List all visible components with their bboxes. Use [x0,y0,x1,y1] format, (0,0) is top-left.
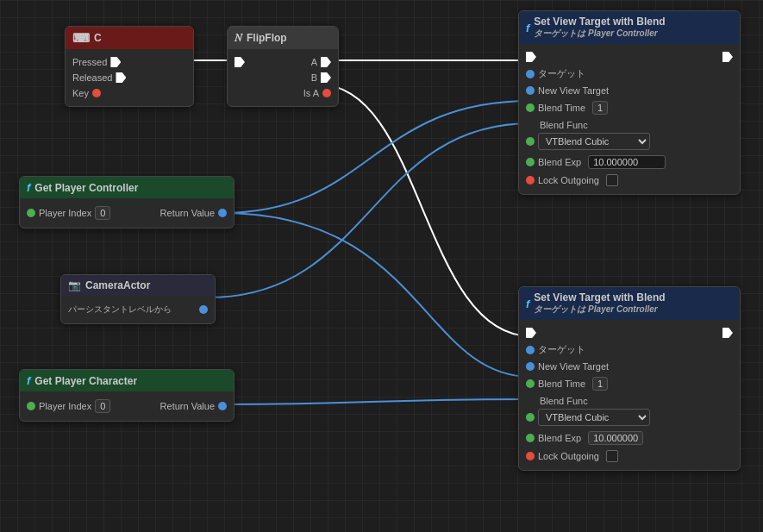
flipflop-b-row: B [228,70,338,85]
get-player-controller-node: f Get Player Controller Player Index 0 R… [19,176,235,228]
flipflop-isa-pin[interactable] [322,89,331,97]
flipflop-exec-in[interactable] [235,57,245,67]
camera-subtitle: パーシスタントレベルから [68,304,172,316]
c-pressed-row: Pressed [66,54,193,70]
svt1-blendexp-pin[interactable] [526,158,535,166]
c-key-row: Key [66,85,193,101]
svt2-lockout-row: Lock Outgoing [519,448,740,465]
svt1-blendtime-pin[interactable] [526,103,535,112]
svt2-header: f Set View Target with Blend ターゲットは Play… [519,287,740,320]
key-pin[interactable] [92,89,101,97]
flipflop-isa-row: Is A [228,85,338,101]
svt2-blendfunc-pin[interactable] [526,413,535,422]
gpc-playerindex-pin[interactable] [27,209,35,217]
svt2-blendfunc-select[interactable]: VTBlend Cubic [538,409,650,426]
gpc-playerindex-label: Player Index [39,208,91,218]
svt1-nvt-pin[interactable] [526,86,535,95]
svt1-lockout-checkbox[interactable] [606,174,618,186]
svt2-subtitle: ターゲットは Player Controller [534,304,665,316]
svt2-blendexp-row: Blend Exp 10.000000 [519,429,740,448]
gpc-func-icon: f [27,181,30,194]
flipflop-exec-row: A [228,54,338,70]
svt1-exec-row [519,49,740,65]
svt1-body: ターゲット New View Target Blend Time 1 Blend… [519,44,740,194]
svt1-title: Set View Target with Blend [534,16,665,28]
get-player-character-node: f Get Player Character Player Index 0 Re… [19,369,235,422]
released-label: Released [72,72,112,83]
flipflop-isa-label: Is A [303,88,319,98]
svt2-nvt-pin[interactable] [526,362,535,371]
svt1-exec-in[interactable] [526,52,536,62]
camera-title: CameraActor [85,279,150,291]
svt1-target-pin[interactable] [526,70,535,78]
flipflop-body: A B Is A [228,49,338,106]
gpchar-body: Player Index 0 Return Value [20,391,234,421]
camera-output-pin[interactable] [199,305,208,314]
svt1-func-icon: f [526,22,529,34]
svt1-nvt-label: New View Target [538,85,609,96]
flipflop-header: 𝑁 FlipFlop [228,27,338,49]
svt2-lockout-checkbox[interactable] [606,450,618,462]
camera-actor-node: 📷 CameraActor パーシスタントレベルから [60,274,216,324]
svt2-blendtime-row: Blend Time 1 [519,374,740,393]
flipflop-a-label: A [311,57,317,67]
svt2-blendtime-value[interactable]: 1 [592,377,608,391]
svt2-blendexp-value[interactable]: 10.000000 [588,431,643,445]
svt1-blendexp-input[interactable] [588,155,666,169]
svt1-blendtime-row: Blend Time 1 [519,98,740,117]
svt1-blendtime-label: Blend Time [538,103,585,113]
gpchar-title: Get Player Character [34,375,137,387]
svt1-exec-out[interactable] [722,52,733,62]
svt2-exec-in[interactable] [526,328,536,338]
flipflop-title: FlipFlop [247,32,287,44]
flipflop-b-pin[interactable] [321,72,331,83]
svt2-target-pin[interactable] [526,346,535,354]
svt2-blendexp-pin[interactable] [526,434,535,442]
gpc-return-pin[interactable] [218,209,227,217]
svt1-blendexp-label: Blend Exp [538,157,581,167]
pressed-pin[interactable] [110,57,121,67]
gpchar-returnvalue-label: Return Value [160,401,215,411]
c-node-header: ⌨ C [66,27,193,49]
flipflop-icon: 𝑁 [235,31,242,45]
svt2-exec-out[interactable] [722,328,733,338]
gpc-body: Player Index 0 Return Value [20,198,234,228]
svt1-nvt-row: New View Target [519,83,740,98]
gpchar-playerindex-pin[interactable] [27,402,35,410]
svt2-lockout-label: Lock Outgoing [538,451,599,461]
flipflop-node: 𝑁 FlipFlop A B Is A [227,26,339,107]
c-icon: ⌨ [72,31,90,45]
gpchar-playerindex-label: Player Index [39,401,91,411]
released-pin[interactable] [116,72,126,83]
gpc-playerindex-row: Player Index 0 Return Value [20,203,234,222]
gpchar-return-pin[interactable] [218,402,227,410]
key-label: Key [72,88,89,98]
c-node-body: Pressed Released Key [66,49,193,106]
camera-header: 📷 CameraActor [61,275,215,296]
svt1-blendfunc-pin[interactable] [526,137,535,146]
svt1-lockout-row: Lock Outgoing [519,172,740,189]
camera-body: パーシスタントレベルから [61,296,215,323]
gpchar-header: f Get Player Character [20,370,234,391]
set-view-target-1-node: f Set View Target with Blend ターゲットは Play… [518,10,741,195]
svt2-blendtime-pin[interactable] [526,379,535,388]
svt1-lockout-pin[interactable] [526,176,535,185]
svt2-lockout-pin[interactable] [526,452,535,460]
svt2-func-icon: f [526,297,529,310]
svt2-body: ターゲット New View Target Blend Time 1 Blend… [519,320,740,470]
svt2-target-label: ターゲット [538,343,585,356]
svt1-lockout-label: Lock Outgoing [538,175,599,185]
svt2-target-row: ターゲット [519,341,740,359]
pressed-label: Pressed [72,57,107,67]
svt1-header: f Set View Target with Blend ターゲットは Play… [519,11,740,44]
gpc-playerindex-value[interactable]: 0 [95,206,110,220]
svt1-target-label: ターゲット [538,67,585,80]
svt1-blendfunc-select[interactable]: VTBlend Cubic [538,133,650,150]
flipflop-a-pin[interactable] [321,57,331,67]
camera-subtitle-row: パーシスタントレベルから [61,301,215,318]
svt2-title: Set View Target with Blend [534,291,665,304]
svt1-blendfunc-row: Blend Func VTBlend Cubic [519,117,740,153]
svt1-blendtime-value[interactable]: 1 [592,101,608,115]
gpchar-func-icon: f [27,374,30,387]
gpchar-playerindex-value[interactable]: 0 [95,399,110,413]
